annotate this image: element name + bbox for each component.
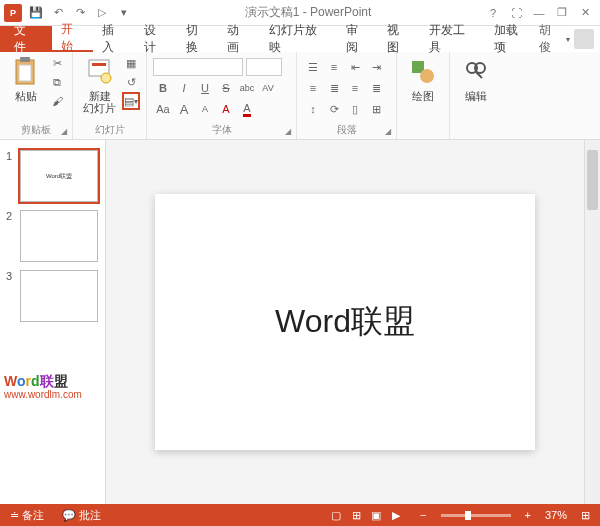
notes-button[interactable]: ≐ 备注 <box>6 508 48 523</box>
tab-review[interactable]: 审阅 <box>337 26 379 52</box>
undo-button[interactable]: ↶ <box>48 3 68 23</box>
shrink-font-button[interactable]: A <box>195 100 215 118</box>
view-mode-buttons: ▢ ⊞ ▣ ▶ <box>326 507 406 523</box>
current-slide[interactable]: Word联盟 <box>155 194 535 450</box>
tab-transitions[interactable]: 切换 <box>177 26 219 52</box>
increase-indent-button[interactable]: ⇥ <box>366 58 386 76</box>
zoom-slider[interactable] <box>441 514 511 517</box>
close-button[interactable]: ✕ <box>574 3 596 23</box>
tab-view[interactable]: 视图 <box>378 26 420 52</box>
help-button[interactable]: ? <box>482 3 504 23</box>
fit-window-button[interactable]: ⊞ <box>577 509 594 522</box>
slide-text-content[interactable]: Word联盟 <box>275 300 415 344</box>
sorter-view-button[interactable]: ⊞ <box>346 507 366 523</box>
justify-icon: ≣ <box>372 82 381 95</box>
reset-button[interactable]: ↺ <box>122 73 140 91</box>
thumbnail-preview[interactable] <box>20 270 98 322</box>
save-button[interactable]: 💾 <box>26 3 46 23</box>
tab-insert[interactable]: 插入 <box>93 26 135 52</box>
editor-area: 1 Word联盟 2 3 Word联盟 Word联盟 www.wordlm.co… <box>0 140 600 504</box>
paste-label: 粘贴 <box>15 90 37 102</box>
slide-canvas-area[interactable]: Word联盟 <box>106 140 584 504</box>
slideshow-view-button[interactable]: ▶ <box>386 507 406 523</box>
bullets-button[interactable]: ☰ <box>303 58 323 76</box>
new-slide-icon <box>84 56 116 88</box>
notes-icon: ≐ <box>10 509 19 522</box>
drawing-button[interactable]: 绘图 <box>403 54 443 104</box>
layout-button[interactable]: ▦ <box>122 54 140 72</box>
slideshow-start-button[interactable]: ▷ <box>92 3 112 23</box>
comments-button[interactable]: 💬 批注 <box>58 508 105 523</box>
tab-slideshow[interactable]: 幻灯片放映 <box>260 26 337 52</box>
svg-rect-1 <box>20 57 30 62</box>
line-spacing-button[interactable]: ↕ <box>303 100 323 118</box>
thumbnail-item[interactable]: 3 <box>0 266 105 326</box>
tab-addins[interactable]: 加载项 <box>485 26 538 52</box>
text-shadow-button[interactable]: abc <box>237 79 257 97</box>
copy-button[interactable]: ⧉ <box>48 73 66 91</box>
minimize-button[interactable]: — <box>528 3 550 23</box>
thumbnail-preview[interactable] <box>20 210 98 262</box>
clear-formatting-button[interactable]: A <box>216 100 236 118</box>
thumbnail-preview[interactable]: Word联盟 <box>20 150 98 202</box>
svg-rect-4 <box>92 63 106 66</box>
ribbon-display-button[interactable]: ⛶ <box>505 3 527 23</box>
format-painter-button[interactable]: 🖌 <box>48 92 66 110</box>
restore-button[interactable]: ❐ <box>551 3 573 23</box>
slideshow-view-icon: ▶ <box>392 509 400 522</box>
bold-button[interactable]: B <box>153 79 173 97</box>
section-button[interactable]: ▤▾ <box>122 92 140 110</box>
strikethrough-button[interactable]: S <box>216 79 236 97</box>
align-center-button[interactable]: ≣ <box>324 79 344 97</box>
scrollbar-handle[interactable] <box>587 150 598 210</box>
align-left-button[interactable]: ≡ <box>303 79 323 97</box>
qat-customize-button[interactable]: ▾ <box>114 3 134 23</box>
reading-view-button[interactable]: ▣ <box>366 507 386 523</box>
quick-access-toolbar: 💾 ↶ ↷ ▷ ▾ <box>26 3 134 23</box>
svg-point-5 <box>101 73 111 83</box>
vertical-scrollbar[interactable] <box>584 140 600 504</box>
normal-view-button[interactable]: ▢ <box>326 507 346 523</box>
cut-button[interactable]: ✂ <box>48 54 66 72</box>
font-dialog-launcher[interactable]: ◢ <box>282 125 294 137</box>
numbering-button[interactable]: ≡ <box>324 58 344 76</box>
text-direction-button[interactable]: ⟳ <box>324 100 344 118</box>
redo-button[interactable]: ↷ <box>70 3 90 23</box>
zoom-out-button[interactable]: − <box>416 509 430 521</box>
sorter-view-icon: ⊞ <box>352 509 361 522</box>
thumbnail-number: 3 <box>6 270 16 322</box>
align-text-button[interactable]: ▯ <box>345 100 365 118</box>
tab-developer[interactable]: 开发工具 <box>420 26 485 52</box>
align-right-button[interactable]: ≡ <box>345 79 365 97</box>
font-color-button[interactable]: A <box>237 100 257 118</box>
underline-button[interactable]: U <box>195 79 215 97</box>
comments-label: 批注 <box>79 508 101 523</box>
grow-font-button[interactable]: A <box>174 100 194 118</box>
decrease-indent-button[interactable]: ⇤ <box>345 58 365 76</box>
editing-button[interactable]: 编辑 <box>456 54 496 104</box>
thumbnail-item[interactable]: 2 <box>0 206 105 266</box>
paste-button[interactable]: 粘贴 <box>6 54 46 104</box>
tab-design[interactable]: 设计 <box>135 26 177 52</box>
new-slide-button[interactable]: 新建 幻灯片 <box>79 54 120 116</box>
window-title: 演示文稿1 - PowerPoint <box>134 4 482 21</box>
zoom-percent[interactable]: 37% <box>545 509 567 521</box>
tab-file[interactable]: 文件 <box>0 26 52 52</box>
align-left-icon: ≡ <box>310 82 316 94</box>
tab-animations[interactable]: 动画 <box>218 26 260 52</box>
italic-button[interactable]: I <box>174 79 194 97</box>
zoom-slider-knob[interactable] <box>465 511 471 520</box>
char-spacing-button[interactable]: AV <box>258 79 278 97</box>
justify-button[interactable]: ≣ <box>366 79 386 97</box>
align-center-icon: ≣ <box>330 82 339 95</box>
smartart-button[interactable]: ⊞ <box>366 100 386 118</box>
group-font: B I U S abc AV Aa A A A A 字体 ◢ <box>147 52 297 139</box>
tab-home[interactable]: 开始 <box>52 26 94 52</box>
clipboard-dialog-launcher[interactable]: ◢ <box>58 125 70 137</box>
zoom-in-button[interactable]: + <box>521 509 535 521</box>
change-case-button[interactable]: Aa <box>153 100 173 118</box>
paragraph-dialog-launcher[interactable]: ◢ <box>382 125 394 137</box>
bullets-icon: ☰ <box>308 61 318 74</box>
user-account[interactable]: 胡俊 ▾ <box>539 26 600 52</box>
thumbnail-item[interactable]: 1 Word联盟 <box>0 146 105 206</box>
